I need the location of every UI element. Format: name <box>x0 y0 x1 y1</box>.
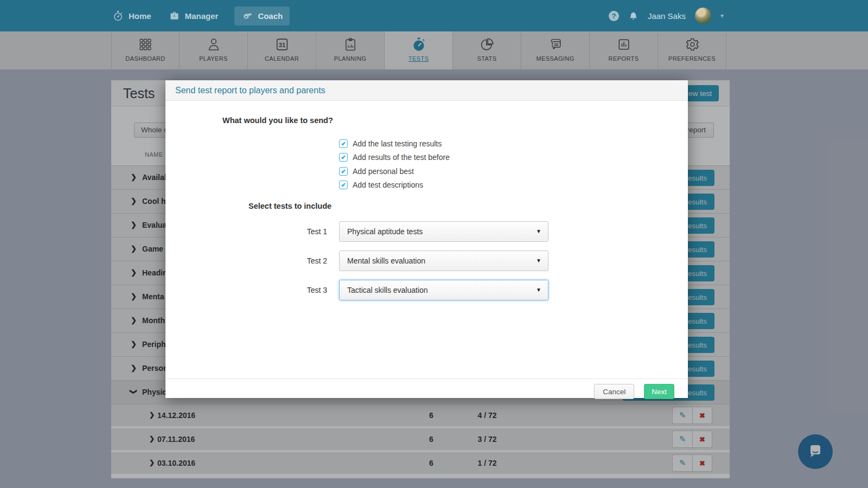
checkbox-checked-icon[interactable]: ✔ <box>339 181 348 189</box>
nav-coach-label: Coach <box>258 11 283 21</box>
checkbox-option[interactable]: ✔ Add personal best <box>339 164 450 178</box>
checkbox-option[interactable]: ✔ Add results of the test before <box>339 151 450 165</box>
top-navbar: Home Manager Coach ? Jaan Saks ▾ <box>0 0 868 31</box>
stopwatch-icon <box>112 10 124 22</box>
app-screen: Home Manager Coach ? Jaan Saks ▾ <box>0 0 868 488</box>
select-tests-heading: Select tests to include <box>248 202 331 210</box>
checkbox-label: Add personal best <box>353 167 414 176</box>
whistle-icon <box>241 10 253 22</box>
send-report-modal: Send test report to players and parents … <box>165 80 688 398</box>
send-options-list: ✔ Add the last testing results ✔ Add res… <box>339 137 450 192</box>
checkbox-checked-icon[interactable]: ✔ <box>339 153 348 162</box>
test-1-select[interactable]: Physical aptitude tests ▼ <box>339 221 548 242</box>
modal-title: Send test report to players and parents <box>165 80 688 101</box>
test-3-label: Test 3 <box>290 280 327 300</box>
checkbox-label: Add results of the test before <box>353 153 450 162</box>
chevron-down-icon[interactable]: ▾ <box>720 12 724 20</box>
checkbox-checked-icon[interactable]: ✔ <box>339 139 348 148</box>
modal-footer: Cancel Next <box>165 378 688 399</box>
test-2-select[interactable]: Mental skills evaluation ▼ <box>339 251 548 271</box>
modal-header: Send test report to players and parents <box>165 80 688 101</box>
cancel-button[interactable]: Cancel <box>594 384 634 399</box>
checkbox-option[interactable]: ✔ Add the last testing results <box>339 137 450 151</box>
nav-coach[interactable]: Coach <box>234 7 290 25</box>
test-select-row: Test 1 Physical aptitude tests ▼ <box>165 221 688 242</box>
checkbox-checked-icon[interactable]: ✔ <box>339 167 348 176</box>
nav-manager-label: Manager <box>185 11 219 21</box>
next-button[interactable]: Next <box>644 384 674 399</box>
nav-home-label: Home <box>129 11 151 21</box>
checkbox-label: Add test descriptions <box>353 181 423 189</box>
test-3-select[interactable]: Tactical skills evaluation ▼ <box>339 280 548 300</box>
checkbox-option[interactable]: ✔ Add test descriptions <box>339 178 450 192</box>
dropdown-arrow-icon: ▼ <box>536 280 541 300</box>
modal-question: What would you like to send? <box>222 116 333 125</box>
avatar[interactable] <box>695 8 711 24</box>
test-1-label: Test 1 <box>290 221 327 242</box>
checkbox-label: Add the last testing results <box>353 139 442 148</box>
navbar-right: ? Jaan Saks ▾ <box>609 0 724 31</box>
nav-manager[interactable]: Manager <box>169 10 219 22</box>
test-select-row: Test 3 Tactical skills evaluation ▼ <box>165 280 688 300</box>
briefcase-icon <box>169 10 180 22</box>
test-3-value: Tactical skills evaluation <box>347 280 428 300</box>
test-2-label: Test 2 <box>290 251 327 271</box>
bell-icon[interactable] <box>628 11 639 21</box>
dropdown-arrow-icon: ▼ <box>536 251 541 271</box>
dropdown-arrow-icon: ▼ <box>536 222 541 241</box>
test-2-value: Mental skills evaluation <box>347 251 425 271</box>
nav-home[interactable]: Home <box>112 10 151 22</box>
user-name[interactable]: Jaan Saks <box>648 11 686 21</box>
test-select-row: Test 2 Mental skills evaluation ▼ <box>165 251 688 271</box>
test-1-value: Physical aptitude tests <box>347 222 423 241</box>
help-icon[interactable]: ? <box>609 11 619 21</box>
